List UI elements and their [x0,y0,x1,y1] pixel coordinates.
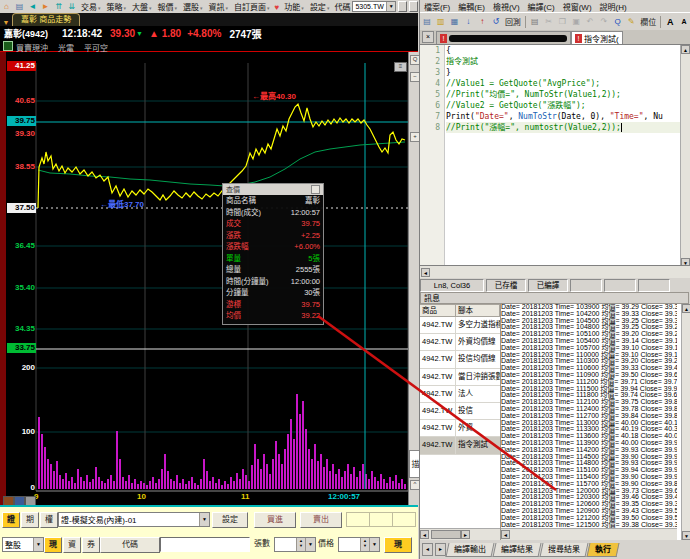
code-editor[interactable]: 12345678 {指令測試}//Value1 = GetQuote("AvgP… [420,44,690,266]
copy-icon[interactable]: ❒ [556,16,568,28]
redo-icon[interactable]: ↷ [598,16,610,28]
home-icon[interactable]: ⌂ [1,2,12,11]
script-col-1[interactable]: 腳本 [456,304,500,317]
chart-menu-icon[interactable]: ≡ [394,62,407,72]
save-icon[interactable]: ▦ [449,16,461,28]
script-row[interactable]: 4942.TW投信 [420,403,500,420]
menu-3[interactable]: 報價 [158,1,178,12]
intraday-chart[interactable]: 41.2540.6539.7539.3038.5537.5036.4535.40… [0,52,408,505]
script-row[interactable]: 4942.TW多空力道指標 [420,317,500,334]
message-list[interactable]: Date= 20181203 Time= 103900 均價= 39.29 Cl… [501,304,677,528]
new-script-icon[interactable]: ▤ [421,16,433,28]
open-script-icon[interactable]: ▥ [435,16,447,28]
qty-stepper[interactable]: ▲▼ ▼ [274,537,316,552]
window-icon[interactable] [25,496,36,505]
type-tab-券[interactable]: 券 [82,537,100,553]
editor-tab-1[interactable]: !指令測試( [571,31,623,44]
toolbar-extra-button-2[interactable] [409,1,418,12]
symbol-combo[interactable]: 5305.TW ▼ [352,1,396,12]
editor-menu-3[interactable]: 編譯(C) [528,1,555,12]
editor-menu-0[interactable]: 檔案(F) [424,1,450,12]
scroll-up-icon[interactable]: ▲ [682,304,690,313]
find-icon[interactable]: Q [612,16,624,28]
chevron-down-icon[interactable]: ▼ [386,2,395,11]
scroll-left-icon[interactable]: ◄ [420,530,429,539]
tab-nav-left-icon[interactable]: ◄ [422,543,433,556]
font-size-button-1[interactable]: A [678,16,690,28]
scroll-up-icon[interactable]: ▲ [681,45,690,54]
code-button[interactable]: 代碼 [100,537,160,553]
output-tab-執行[interactable]: 執行 [587,543,620,557]
new-page-icon[interactable]: ▤ [14,2,25,11]
sell-button[interactable]: 賣出 [300,512,342,528]
script-row[interactable]: 4942.TW外資 [420,420,500,437]
stepper-arrows[interactable]: ▲▼ [296,538,305,551]
field-button[interactable]: 欄位 [640,16,656,27]
menu-4[interactable]: 選股 [183,1,203,12]
popup-titlebar[interactable]: 查價 [223,184,323,195]
menu-1[interactable]: 策略 [107,1,127,12]
menu-7[interactable]: 功能 [284,1,304,12]
market-price-button[interactable]: 現 [384,537,412,553]
print-icon[interactable]: ▤ [529,16,541,28]
account-combo[interactable]: 證-模擬交易(內建)-01 ▼ [58,512,210,527]
buy-button[interactable]: 買進 [254,512,296,528]
editor-tab-0[interactable]: ! [436,31,571,44]
message-vscrollbar[interactable]: ▲ ▼ [681,304,690,540]
stepper-arrows[interactable]: ▲▼ [360,538,369,551]
code-line-3[interactable]: } [446,67,684,78]
code-area[interactable]: {指令測試}//Value1 = GetQuote("AvgPrice");//… [446,45,684,266]
undo-icon[interactable]: ↶ [584,16,596,28]
market-tab-期[interactable]: 期 [21,512,39,528]
tab-nav-right-icon[interactable]: ► [435,543,446,556]
editor-menu-1[interactable]: 編輯(E) [458,1,485,12]
settings-button[interactable]: 設定 [212,512,248,528]
scroll-down-icon[interactable]: ▼ [681,258,690,266]
script-row[interactable]: 4942.TW投信均價線 [420,351,500,368]
close-icon[interactable]: × [422,31,434,43]
menu-0[interactable]: 交易 [81,1,101,12]
code-line-1[interactable]: { [446,45,684,56]
editor-menu-5[interactable]: 說明(H) [600,1,627,12]
output-tab-編譯結果[interactable]: 編譯結果 [493,543,542,557]
editor-vscrollbar[interactable]: ▲ ▼ [680,45,690,266]
favorites-icon[interactable]: ♥ [275,3,280,12]
scroll-down-icon[interactable]: ▼ [682,531,690,540]
export-icon[interactable]: ↑ [476,16,488,28]
code-line-7[interactable]: Print("Date=", NumToStr(Date, 0), "Time=… [446,111,684,122]
import-icon[interactable]: ↓ [462,16,474,28]
code-line-5[interactable]: //Print("均價=", NumToStr(Value1,2)); [446,89,684,100]
menu-2[interactable]: 大盤 [132,1,152,12]
code-line-4[interactable]: //Value1 = GetQuote("AvgPrice"); [446,78,684,89]
chevron-down-icon[interactable]: ▼ [199,513,209,526]
editor-hscrollbar[interactable]: ◄ [420,266,690,278]
chevron-down-icon[interactable]: ▼ [305,538,315,551]
menu-5[interactable]: 資訊 [209,1,229,12]
backtest-icon[interactable]: ↺ [490,16,502,28]
code-line-2[interactable]: 指令測試 [446,56,684,67]
chart-mode-icon[interactable] [14,496,25,505]
output-tab-搜尋結果[interactable]: 搜尋結果 [540,543,589,557]
script-hscrollbar[interactable]: ◄ ► [420,528,500,540]
editor-menu-2[interactable]: 檢視(V) [493,1,520,12]
lot-combo[interactable]: 整股 ▼ [2,537,44,552]
type-tab-資[interactable]: 資 [63,537,81,553]
market-tab-權[interactable]: 權 [40,512,58,528]
panel-up-icon[interactable]: ⇈ [53,2,64,11]
editor-menu-4[interactable]: 視窗(W) [563,1,592,12]
backtest-button[interactable]: 回測 [505,16,521,27]
message-hscrollbar[interactable]: ◄ [501,528,677,540]
tab-menu-icon[interactable]: ▼ [0,19,12,26]
code-input[interactable] [160,537,250,552]
toolbar-extra-button-1[interactable] [398,1,407,12]
type-tab-現[interactable]: 現 [44,537,62,553]
font-size-button-0[interactable]: A [664,16,676,28]
popup-pin-icon[interactable] [311,185,320,194]
cut-icon[interactable]: ✂ [543,16,555,28]
code-line-8[interactable]: //Print("漲幅=", numtostr(Value2,2)); [446,122,684,133]
scroll-left-icon[interactable]: ◄ [501,530,510,539]
paste-icon[interactable]: ▣ [570,16,582,28]
panel-down-icon[interactable]: ⇊ [66,2,77,11]
chart-canvas[interactable] [0,52,408,505]
field-attach-icon[interactable]: ✎ [626,16,638,28]
